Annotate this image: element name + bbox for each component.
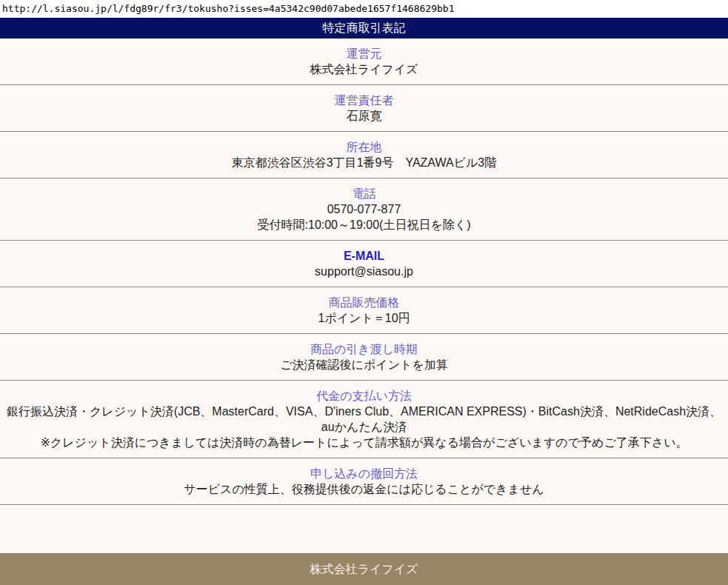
row-email: E-MAIL support@siasou.jp xyxy=(0,241,728,287)
bottom-spacer xyxy=(0,505,728,544)
row-withdrawal: 申し込みの撤回方法 サービスの性質上、役務提供後の返金には応じることができません xyxy=(0,458,728,505)
row-delivery: 商品の引き渡し時期 ご決済確認後にポイントを加算 xyxy=(0,334,728,381)
tokusho-page: http://l.siasou.jp/l/fdg89r/fr3/tokusho?… xyxy=(0,0,728,585)
payment-note: ※クレジット決済につきましては決済時の為替レートによって請求額が異なる場合がござ… xyxy=(3,435,725,450)
row-content: 1ポイント＝10円 xyxy=(3,310,725,326)
row-heading: 代金の支払い方法 xyxy=(3,388,725,404)
footer-company-name: 株式会社ライフイズ xyxy=(0,553,728,585)
row-price: 商品販売価格 1ポイント＝10円 xyxy=(0,287,728,334)
page-url-text: http://l.siasou.jp/l/fdg89r/fr3/tokusho?… xyxy=(0,0,728,18)
row-heading: 申し込みの撤回方法 xyxy=(3,466,725,481)
row-operator: 運営元 株式会社ライフイズ xyxy=(0,39,728,85)
info-table: 運営元 株式会社ライフイズ 運営責任者 石原寛 所在地 東京都渋谷区渋谷3丁目1… xyxy=(0,39,728,505)
row-address: 所在地 東京都渋谷区渋谷3丁目1番9号 YAZAWAビル3階 xyxy=(0,132,728,178)
row-content: 株式会社ライフイズ xyxy=(3,61,725,77)
row-heading: 商品の引き渡し時期 xyxy=(3,341,725,357)
row-heading: 運営責任者 xyxy=(3,93,725,108)
page-title: 特定商取引表記 xyxy=(0,18,728,39)
row-heading: E-MAIL xyxy=(3,248,725,264)
row-content: ご決済確認後にポイントを加算 xyxy=(3,357,725,372)
payment-methods: 銀行振込決済・クレジット決済(JCB、MasterCard、VISA、D'ine… xyxy=(3,404,725,435)
row-heading: 運営元 xyxy=(3,46,725,61)
row-phone: 電話 0570-077-877 受付時間:10:00～19:00(土日祝日を除く… xyxy=(0,178,728,241)
email-address: support@siasou.jp xyxy=(3,264,725,279)
row-content: サービスの性質上、役務提供後の返金には応じることができません xyxy=(3,481,725,497)
phone-number: 0570-077-877 xyxy=(3,201,725,217)
row-content: 石原寛 xyxy=(3,108,725,124)
reception-hours: 受付時間:10:00～19:00(土日祝日を除く) xyxy=(3,217,725,233)
row-heading: 所在地 xyxy=(3,139,725,155)
row-manager: 運営責任者 石原寛 xyxy=(0,85,728,132)
row-heading: 商品販売価格 xyxy=(3,295,725,310)
row-content: 東京都渋谷区渋谷3丁目1番9号 YAZAWAビル3階 xyxy=(3,155,725,170)
row-payment: 代金の支払い方法 銀行振込決済・クレジット決済(JCB、MasterCard、V… xyxy=(0,381,728,458)
row-heading: 電話 xyxy=(3,186,725,201)
